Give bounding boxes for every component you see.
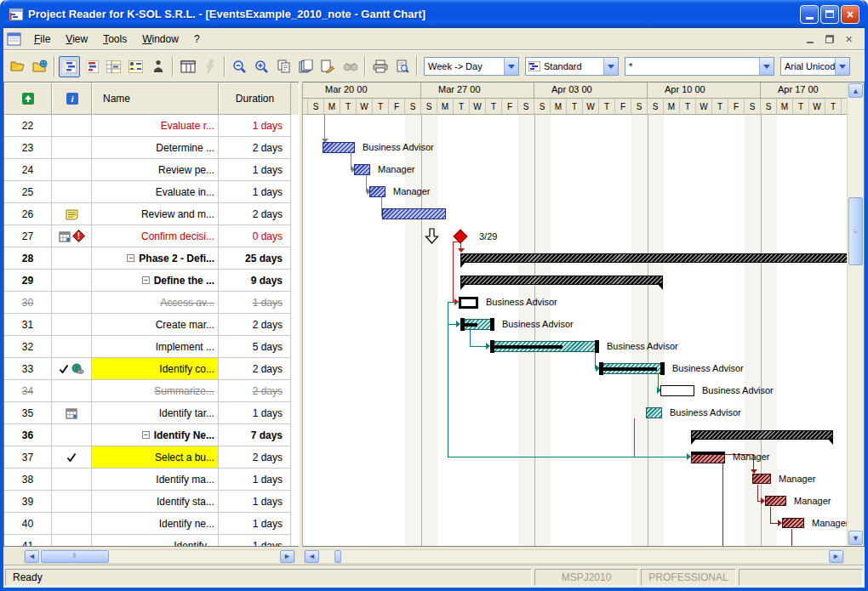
table-hscroll-track[interactable]: ⦀ [39,550,280,563]
tool-print-preview[interactable] [391,56,413,77]
tool-view-task-usage[interactable] [103,56,124,77]
collapse-icon[interactable]: − [127,254,134,262]
table-row[interactable]: 22Evaluate r...1 days [4,115,299,137]
tool-lightning[interactable] [199,56,220,77]
timescale-combo[interactable]: Week -> Day [424,57,519,76]
gantt-bar-blue[interactable] [354,164,370,175]
gantt-bar-blue[interactable] [382,208,446,219]
menu-help[interactable]: ? [186,31,208,48]
table-row[interactable]: 41Identify...1 days [4,535,299,546]
gantt-bar-teal-plain[interactable] [646,407,662,418]
table-row[interactable]: 27!Confirm decisi...0 days [4,225,299,247]
tool-view-gantt[interactable] [59,56,80,77]
vscroll-thumb[interactable]: ≡ [848,197,863,265]
scroll-down-icon[interactable]: ▼ [848,531,863,545]
scroll-up-icon[interactable]: ▲ [848,83,863,98]
tool-columns[interactable] [177,56,198,77]
tool-copy[interactable] [273,56,294,77]
table-row[interactable]: 30Access av...1 days [4,292,299,314]
minimize-button[interactable] [800,5,819,24]
close-button[interactable]: × [841,5,859,24]
tool-view-tracking-gantt[interactable] [81,56,102,77]
menu-file[interactable]: File [26,31,58,48]
maximize-button[interactable] [820,5,839,24]
tool-open-web[interactable] [29,56,50,77]
tool-export[interactable] [317,56,339,77]
table-row[interactable]: 26Review and m...2 days [4,203,299,225]
gantt-canvas: Business AdvisorManagerManagerBusiness A… [303,115,847,546]
gantt-bar-summary[interactable] [460,276,663,285]
mdi-restore-button[interactable] [822,33,837,46]
tool-view-resource-sheet[interactable] [147,56,168,77]
gantt-bar-darkred[interactable] [752,474,771,484]
chevron-down-icon[interactable] [759,58,774,75]
status-panel-extra [739,569,863,586]
column-header-id[interactable] [4,82,52,115]
column-header-info[interactable]: i [52,82,92,115]
table-row[interactable]: 37Select a bu...2 days [4,446,299,469]
table-row[interactable]: 35Identify tar...1 days [4,402,299,424]
table-row[interactable]: 36−Identify Ne...7 days [4,424,299,446]
tool-print[interactable] [369,56,391,77]
scroll-left-icon[interactable]: ◄ [305,550,319,563]
font-combo[interactable]: Arial Unicode MS [780,57,850,76]
gantt-horizontal-scrollbar[interactable]: ◄ ► [304,549,844,564]
column-header-duration[interactable]: Duration [219,82,291,115]
gantt-bar-darkred[interactable] [782,518,804,528]
gantt-bar-summary[interactable] [691,430,833,440]
tool-zoom-out[interactable] [229,56,250,77]
gantt-bar-blue[interactable] [323,142,355,153]
tool-find[interactable] [340,56,361,77]
scroll-left-icon[interactable]: ◄ [25,550,39,563]
table-row[interactable]: 23Determine ...2 days [4,137,299,159]
table-row[interactable]: 33Identify co...2 days [4,358,299,380]
gantt-bar-summary[interactable] [460,253,847,263]
link-line [448,302,460,303]
task-duration: 1 days [219,115,291,137]
tool-open[interactable] [7,56,28,77]
table-row[interactable]: 24Review pe...1 days [4,159,299,181]
chevron-down-icon[interactable] [504,58,518,75]
gantt-bar-teal[interactable] [490,341,599,352]
column-header-name[interactable]: Name [92,82,219,115]
collapse-icon[interactable]: − [142,431,150,439]
table-row[interactable]: 31Create mar...2 days [4,314,299,336]
vscroll-track[interactable]: ≡ [848,99,864,530]
table-row[interactable]: 39Identify sta...1 days [4,491,299,513]
table-row[interactable]: 28−Phase 2 - Defi...25 days [4,247,299,270]
table-horizontal-scrollbar[interactable]: ◄ ⦀ ► [24,549,295,564]
scroll-right-icon[interactable]: ► [280,550,294,563]
gantt-bar-hollow-thick[interactable] [459,297,478,309]
view-combo[interactable]: Standard [525,57,619,76]
table-row[interactable]: 38Identify ma...1 days [4,469,299,491]
chevron-down-icon[interactable] [603,58,618,75]
gantt-bar-blue[interactable] [369,186,385,197]
menu-view[interactable]: View [58,31,95,48]
chevron-down-icon[interactable] [835,58,849,75]
tool-zoom-in[interactable] [251,56,272,77]
scroll-right-icon[interactable]: ► [829,550,843,563]
gantt-bar-darkred[interactable] [691,452,725,463]
table-row[interactable]: 32Implement ...5 days [4,336,299,358]
table-row[interactable]: 29−Define the ...9 days [4,270,299,292]
gantt-bar-hollow[interactable] [660,385,694,396]
tool-view-resource-usage[interactable] [125,56,146,77]
mdi-minimize-button[interactable] [802,33,817,46]
filter-combo[interactable]: * [625,57,774,76]
table-row[interactable]: 40Identify ne...1 days [4,513,299,535]
table-row[interactable]: 34Summarize...2 days [4,380,299,402]
gantt-bar-darkred[interactable] [765,496,786,506]
table-hscroll-thumb[interactable]: ⦀ [41,550,109,563]
gantt-bar-teal[interactable] [460,319,494,330]
menu-tools[interactable]: Tools [95,31,134,48]
gantt-hscroll-track[interactable] [319,550,829,563]
tool-copy-picture[interactable] [295,56,317,77]
open-icon [10,60,26,73]
menu-window[interactable]: Window [134,31,186,48]
mdi-close-button[interactable]: × [842,33,856,46]
collapse-icon[interactable]: − [142,276,150,284]
table-row[interactable]: 25Evaluate in...1 days [4,181,299,203]
gantt-vertical-scrollbar[interactable]: ▲ ≡ ▼ [847,82,864,546]
gantt-bar-teal[interactable] [599,363,665,374]
gantt-hscroll-thumb[interactable] [334,550,341,563]
